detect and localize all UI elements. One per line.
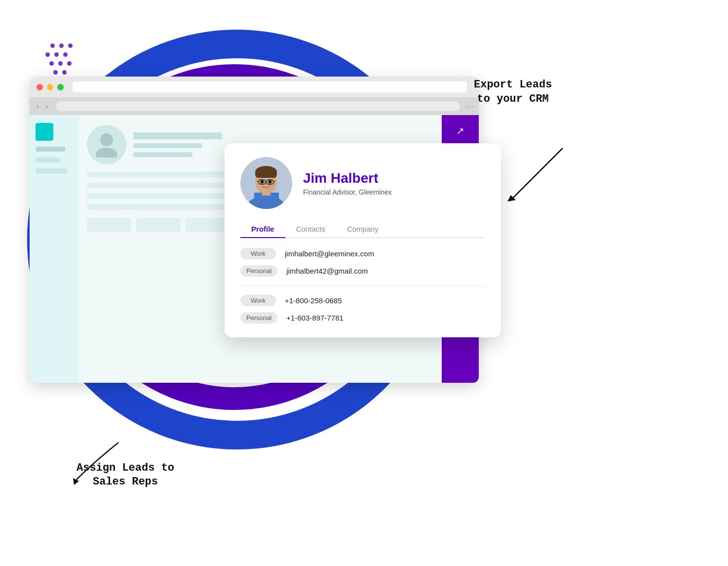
menu-dots-icon[interactable]: ⋯ — [466, 102, 474, 111]
back-arrow-icon[interactable]: ‹ — [35, 102, 41, 110]
profile-name-lines — [133, 132, 222, 157]
close-button[interactable] — [37, 84, 43, 90]
contact-title-company: Financial Advisor, Gleeminex — [303, 188, 392, 196]
personal-phone-label: Personal — [240, 312, 277, 323]
tab-contacts[interactable]: Contacts — [285, 221, 336, 237]
browser-navbar: ‹ › ⋯ — [30, 97, 479, 115]
info-divider — [240, 285, 485, 286]
export-icon[interactable]: ↗ — [456, 125, 464, 137]
svg-point-9 — [261, 180, 264, 184]
person-silhouette-icon — [94, 132, 119, 158]
contact-card: Jim Halbert Financial Advisor, Gleeminex… — [225, 143, 501, 337]
contact-avatar — [240, 157, 292, 209]
tab-company[interactable]: Company — [336, 221, 389, 237]
name-line-2 — [133, 143, 202, 148]
personal-phone-row: Personal +1-603-897-7781 — [240, 312, 485, 323]
svg-line-14 — [257, 181, 259, 182]
sidebar-line-1 — [36, 147, 65, 152]
tab-profile[interactable]: Profile — [240, 221, 285, 237]
svg-marker-17 — [73, 478, 79, 485]
contact-info-list: Work jimhalbert@gleeminex.com Personal j… — [240, 248, 485, 323]
personal-email-value: jimhalbert42@gmail.com — [286, 267, 368, 275]
svg-point-1 — [96, 148, 117, 158]
action-btn-1 — [87, 218, 131, 232]
svg-point-10 — [268, 180, 272, 184]
svg-point-0 — [100, 133, 113, 146]
export-leads-annotation: Export Leads to your CRM — [474, 78, 552, 106]
sidebar-line-2 — [36, 158, 60, 162]
contact-name: Jim Halbert — [303, 170, 392, 187]
sidebar-line-3 — [36, 168, 68, 173]
browser-sidebar — [30, 115, 79, 383]
sidebar-accent-block — [36, 123, 53, 141]
forward-arrow-icon[interactable]: › — [44, 102, 50, 110]
personal-email-row: Personal jimhalbert42@gmail.com — [240, 265, 485, 277]
work-phone-label: Work — [240, 295, 276, 306]
card-tabs: Profile Contacts Company — [240, 221, 485, 238]
name-line-3 — [133, 152, 192, 157]
svg-line-15 — [273, 181, 275, 182]
export-arrow-icon — [498, 143, 577, 207]
browser-titlebar — [30, 77, 479, 97]
maximize-button[interactable] — [57, 84, 64, 90]
personal-phone-value: +1-603-897-7781 — [286, 314, 344, 322]
contact-name-block: Jim Halbert Financial Advisor, Gleeminex — [303, 170, 392, 197]
work-email-row: Work jimhalbert@gleeminex.com — [240, 248, 485, 259]
svg-rect-8 — [255, 171, 277, 178]
minimize-button[interactable] — [47, 84, 53, 90]
search-bar[interactable] — [56, 101, 460, 111]
work-phone-value: +1-800-258-0685 — [285, 296, 342, 305]
avatar-placeholder — [87, 125, 126, 164]
assign-arrow-icon — [69, 438, 133, 487]
work-phone-row: Work +1-800-258-0685 — [240, 295, 485, 306]
action-btn-2 — [136, 218, 181, 232]
work-email-value: jimhalbert@gleeminex.com — [285, 249, 374, 258]
action-btn-3 — [186, 218, 230, 232]
card-header: Jim Halbert Financial Advisor, Gleeminex — [240, 157, 485, 209]
name-line-1 — [133, 132, 222, 139]
contact-photo — [240, 157, 292, 209]
address-bar[interactable] — [73, 81, 467, 92]
personal-email-label: Personal — [240, 265, 277, 277]
work-email-label: Work — [240, 248, 276, 259]
